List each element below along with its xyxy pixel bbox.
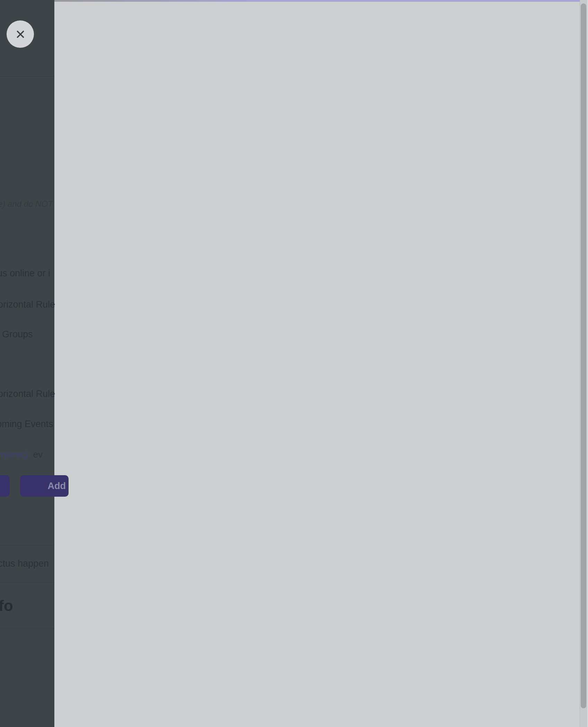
value-fragment: ev — [33, 449, 42, 460]
background-page-strip — [54, 0, 580, 2]
divider — [0, 628, 54, 629]
divider — [0, 583, 54, 583]
dimmed-background-panel: e) and do NOT us online or i orizontal R… — [0, 0, 54, 727]
scrollbar-thumb[interactable] — [581, 3, 586, 708]
background-text-fragment: e) and do NOT — [0, 198, 53, 210]
background-button[interactable] — [0, 475, 10, 497]
close-button[interactable] — [7, 20, 34, 48]
background-text-fragment: orizontal Rule — [0, 388, 55, 400]
background-text-fragment: Groups — [2, 328, 33, 340]
background-heading-fragment: fo — [0, 600, 13, 612]
background-text-fragment: oming Events — [0, 418, 53, 430]
divider — [0, 545, 54, 545]
background-text-fragment: us online or i — [0, 267, 50, 279]
background-text-fragment: orizontal Rule — [0, 299, 55, 310]
close-icon — [15, 28, 26, 40]
add-button[interactable]: Add — [20, 475, 69, 497]
block-editor-modal — [54, 2, 580, 727]
divider — [0, 76, 54, 77]
background-text-fragment: ynamic): ev — [0, 449, 43, 460]
screen: e) and do NOT us online or i orizontal R… — [0, 0, 588, 727]
dynamic-label-fragment: ynamic): — [0, 449, 30, 460]
background-text-fragment: ctus happen — [0, 558, 49, 569]
add-button-label: Add — [20, 475, 69, 497]
